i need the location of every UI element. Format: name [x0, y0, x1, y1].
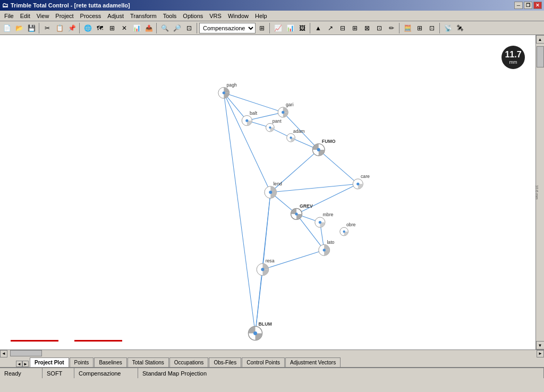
scroll-down-button[interactable]: ▼ [536, 341, 545, 350]
node-lend[interactable]: lend [265, 181, 282, 198]
calc2-button[interactable]: ⊞ [414, 22, 426, 34]
grid5-button[interactable]: ⊠ [361, 22, 373, 34]
menu-process[interactable]: Process [77, 12, 105, 20]
menu-project[interactable]: Project [52, 12, 76, 20]
tab-nav-group: ◄ ► [16, 361, 29, 367]
zoom-out-button[interactable]: 🔎 [171, 22, 183, 34]
node-BLUM[interactable]: BLUM [248, 321, 271, 340]
grid3-button[interactable]: ⊟ [337, 22, 348, 34]
paste-button[interactable]: 📌 [66, 22, 78, 34]
scroll-up-button[interactable]: ▲ [536, 35, 545, 44]
menu-transform[interactable]: Transform [127, 12, 160, 20]
cut-button[interactable]: ✂ [41, 22, 53, 34]
node-obre[interactable]: obre [340, 222, 356, 235]
svg-point-49 [253, 331, 257, 335]
window-title: Trimble Total Control - [rete tutta adam… [11, 2, 130, 8]
close-button[interactable]: ✕ [533, 2, 542, 9]
scroll-track-horizontal [7, 350, 537, 357]
export-button[interactable]: 📤 [143, 22, 155, 34]
svg-point-43 [343, 231, 345, 233]
chart2-button[interactable]: 📊 [284, 22, 296, 34]
menu-view[interactable]: View [33, 12, 53, 20]
node-gari[interactable]: gari [278, 102, 293, 117]
sat-button[interactable]: 🛰 [454, 22, 466, 34]
titlebar-left: 🗂 Trimble Total Control - [rete tutta ad… [2, 2, 130, 9]
menu-window[interactable]: Window [225, 12, 252, 20]
tab-occupations[interactable]: Occupations [169, 357, 209, 367]
node-pant[interactable]: pant [266, 118, 282, 132]
tab-control-points[interactable]: Control Points [242, 357, 285, 367]
minimize-button[interactable]: ─ [514, 2, 523, 9]
save-button[interactable]: 💾 [26, 22, 37, 34]
statusbar: Ready SOFT Compensazione Standard Map Pr… [0, 368, 544, 378]
svg-point-25 [282, 111, 284, 114]
scroll-thumb-vertical[interactable] [537, 46, 544, 67]
chart-button[interactable]: 📈 [272, 22, 284, 34]
tab-points[interactable]: Points [70, 357, 94, 367]
sep1 [39, 23, 40, 33]
node-lato[interactable]: lato [319, 240, 335, 256]
sep6 [310, 23, 311, 33]
restore-button[interactable]: ❐ [524, 2, 532, 9]
vertical-scrollbar: ▲ 10.6 mm ▼ [536, 35, 544, 350]
zoom-fit-button[interactable]: ⊡ [183, 22, 195, 34]
tab-project-plot[interactable]: Project Plot [30, 357, 69, 367]
tab-bar: ◄ ► Project Plot Points Baselines Total … [0, 357, 544, 368]
network-diagram[interactable]: pagh gari balt [0, 35, 536, 350]
gps-button[interactable]: 📡 [442, 22, 454, 34]
app-icon: 🗂 [2, 2, 8, 9]
titlebar-controls: ─ ❐ ✕ [514, 2, 542, 9]
node-resa[interactable]: resa [257, 258, 275, 275]
menu-edit[interactable]: Edit [17, 12, 33, 20]
scroll-left-button[interactable]: ◄ [0, 350, 7, 357]
calc-button[interactable]: 🧮 [402, 22, 413, 34]
tab-obs-files[interactable]: Obs-Files [209, 357, 241, 367]
svg-point-23 [223, 91, 225, 94]
toolbar-file: 📄 📂 💾 ✂ 📋 📌 🌐 🗺 ⊞ ✕ 📊 📤 🔍 🔎 ⊡ Compensazi… [0, 21, 544, 35]
grid-button[interactable]: ⊞ [106, 22, 118, 34]
node-care[interactable]: care [353, 174, 370, 189]
grid6-button[interactable]: ⊡ [373, 22, 385, 34]
network-nodes: pagh gari balt [218, 82, 370, 340]
internet-button[interactable]: 🌐 [82, 22, 94, 34]
scroll-thumb-horizontal[interactable] [10, 350, 42, 356]
menu-tools[interactable]: Tools [160, 12, 180, 20]
label-GREV: GREV [300, 203, 313, 209]
menu-adjust[interactable]: Adjust [104, 12, 127, 20]
menu-help[interactable]: Help [252, 12, 270, 20]
menu-file[interactable]: File [1, 12, 17, 20]
label-BLUM: BLUM [259, 321, 272, 327]
menu-options[interactable]: Options [180, 12, 206, 20]
sep5 [269, 23, 270, 33]
map-button[interactable]: 🗺 [94, 22, 106, 34]
tab-baselines[interactable]: Baselines [94, 357, 126, 367]
edit2-button[interactable]: ✏ [386, 22, 397, 34]
tab-total-stations[interactable]: Total Stations [128, 357, 169, 367]
image-button[interactable]: 🖼 [296, 22, 308, 34]
report-button[interactable]: 📊 [131, 22, 142, 34]
label-obre: obre [346, 222, 356, 227]
scroll-right-button[interactable]: ► [537, 350, 544, 357]
terrain-button[interactable]: ▲ [312, 22, 324, 34]
calc3-button[interactable]: ⊡ [426, 22, 438, 34]
node-balt[interactable]: balt [242, 110, 257, 126]
tab-prev-button[interactable]: ◄ [16, 361, 22, 367]
sep8 [439, 23, 440, 33]
menu-vrs[interactable]: VRS [206, 12, 225, 20]
open-button[interactable]: 📂 [13, 22, 25, 34]
zoom-in-button[interactable]: 🔍 [159, 22, 171, 34]
new-button[interactable]: 📄 [1, 22, 13, 34]
node-mbre[interactable]: mbre [315, 212, 334, 227]
canvas-area[interactable]: 11.7 mm [0, 35, 536, 350]
scale-unit: mm [509, 59, 517, 65]
grid2-button[interactable]: ⊞ [256, 22, 268, 34]
grid4-button[interactable]: ⊞ [349, 22, 361, 34]
svg-point-41 [319, 221, 321, 224]
copy-button[interactable]: 📋 [54, 22, 65, 34]
tab-adjustment-vectors[interactable]: Adjustment Vectors [285, 357, 341, 367]
node-FUMO[interactable]: FUMO [312, 139, 335, 156]
mode-dropdown[interactable]: Compensazione [199, 23, 256, 33]
delete-button[interactable]: ✕ [118, 22, 130, 34]
tab-next-button[interactable]: ► [22, 361, 29, 367]
vector-button[interactable]: ↗ [325, 22, 336, 34]
